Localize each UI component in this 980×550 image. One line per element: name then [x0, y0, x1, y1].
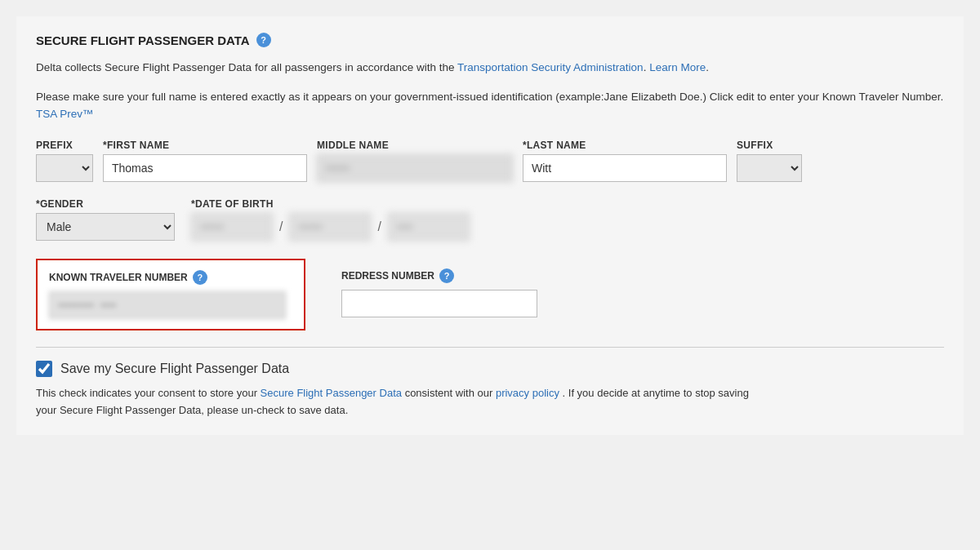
- secure-flight-form: SECURE FLIGHT PASSENGER DATA ? Delta col…: [16, 16, 964, 435]
- traveler-label-text: KNOWN TRAVELER NUMBER: [49, 272, 188, 283]
- traveler-redress-row: KNOWN TRAVELER NUMBER ? REDRESS NUMBER ?: [36, 259, 944, 330]
- save-desc-text2: your Secure Flight Passenger Data, pleas…: [36, 404, 348, 416]
- firstname-label: *FIRST NAME: [103, 140, 307, 151]
- dob-month-input[interactable]: [191, 213, 273, 241]
- redress-info-icon[interactable]: ?: [439, 268, 454, 283]
- section-title-text: SECURE FLIGHT PASSENGER DATA: [36, 33, 250, 47]
- suffix-field-group: SUFFIX Jr Sr II III: [737, 140, 802, 182]
- save-desc-end: . If you decide at anytime to stop savin…: [559, 387, 749, 399]
- save-description: This check indicates your consent to sto…: [36, 385, 944, 419]
- known-traveler-box: KNOWN TRAVELER NUMBER ?: [36, 259, 305, 330]
- traveler-info-icon[interactable]: ?: [193, 270, 207, 285]
- save-desc-mid: consistent with our: [402, 387, 496, 399]
- lastname-field-group: *LAST NAME: [523, 140, 727, 182]
- redress-label-text: REDRESS NUMBER: [341, 270, 434, 282]
- description1: Delta collects Secure Flight Passenger D…: [36, 59, 944, 77]
- description1-end: .: [706, 61, 709, 73]
- dob-day-input[interactable]: [289, 213, 371, 241]
- section-info-icon[interactable]: ?: [256, 33, 271, 47]
- description1-text: Delta collects Secure Flight Passenger D…: [36, 61, 457, 73]
- gender-field-group: *GENDER Male Female: [36, 198, 175, 241]
- name-fields-row: PREFIX Mr Mrs Ms Dr *FIRST NAME MIDDLE N…: [36, 140, 944, 182]
- lastname-input[interactable]: [523, 154, 727, 182]
- dob-slash1: /: [279, 220, 283, 234]
- middlename-label: MIDDLE NAME: [317, 140, 513, 151]
- prefix-field-group: PREFIX Mr Mrs Ms Dr: [36, 140, 93, 182]
- description2: Please make sure your full name is enter…: [36, 88, 944, 123]
- middlename-field-group: MIDDLE NAME: [317, 140, 513, 182]
- traveler-number-input[interactable]: [49, 291, 286, 319]
- dob-inputs: / /: [191, 213, 470, 241]
- middlename-input[interactable]: [317, 154, 513, 182]
- suffix-label: SUFFIX: [737, 140, 802, 151]
- description2-text: Please make sure your full name is enter…: [36, 91, 943, 103]
- tsa-link[interactable]: Transportation Security Administration: [457, 61, 644, 73]
- section-divider: [36, 347, 944, 348]
- gender-label: *GENDER: [36, 198, 175, 210]
- privacy-policy-link[interactable]: privacy policy: [496, 387, 559, 399]
- save-desc-text1: This check indicates your consent to sto…: [36, 387, 261, 399]
- firstname-field-group: *FIRST NAME: [103, 140, 307, 182]
- prefix-label: PREFIX: [36, 140, 93, 151]
- redress-box: REDRESS NUMBER ?: [330, 259, 559, 330]
- traveler-label-row: KNOWN TRAVELER NUMBER ?: [49, 270, 292, 285]
- dob-label: *DATE OF BIRTH: [191, 198, 470, 210]
- firstname-input[interactable]: [103, 154, 307, 182]
- redress-number-input[interactable]: [341, 290, 537, 317]
- tsa-prev-link[interactable]: TSA Prev™: [36, 108, 94, 120]
- gender-dob-row: *GENDER Male Female *DATE OF BIRTH / /: [36, 198, 944, 241]
- lastname-label: *LAST NAME: [523, 140, 727, 151]
- gender-select[interactable]: Male Female: [36, 213, 175, 241]
- save-checkbox-row: Save my Secure Flight Passenger Data: [36, 361, 944, 377]
- prefix-select[interactable]: Mr Mrs Ms Dr: [36, 154, 93, 182]
- learn-more-link[interactable]: Learn More: [649, 61, 706, 73]
- suffix-select[interactable]: Jr Sr II III: [737, 154, 802, 182]
- redress-label-row: REDRESS NUMBER ?: [341, 268, 547, 283]
- sfpd-link[interactable]: Secure Flight Passenger Data: [261, 387, 402, 399]
- section-title-row: SECURE FLIGHT PASSENGER DATA ?: [36, 33, 944, 47]
- save-label: Save my Secure Flight Passenger Data: [60, 361, 289, 376]
- save-checkbox[interactable]: [36, 361, 52, 377]
- dob-year-input[interactable]: [388, 213, 470, 241]
- dob-slash2: /: [377, 220, 381, 234]
- dob-field-group: *DATE OF BIRTH / /: [191, 198, 470, 241]
